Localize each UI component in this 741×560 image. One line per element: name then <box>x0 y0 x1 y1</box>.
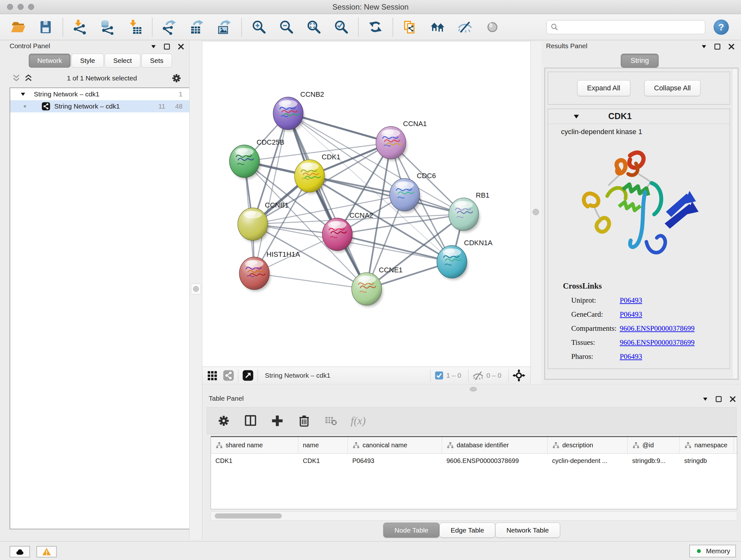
table-row[interactable]: CDK1CDK1P064939606.ENSP00000378699cyclin… <box>211 454 737 468</box>
delete-table-button <box>324 414 338 428</box>
network-node-RB1[interactable] <box>449 198 480 232</box>
control-panel-collapse-icon[interactable] <box>150 44 157 50</box>
network-node-CDC6[interactable] <box>390 179 421 212</box>
zoom-out-button[interactable] <box>278 18 295 37</box>
column-header--id[interactable]: @id <box>628 437 680 453</box>
network-node-CCNE1[interactable] <box>352 273 383 307</box>
network-node-CDK1[interactable] <box>294 160 326 194</box>
crosslink-value-link[interactable]: P06493 <box>620 353 642 361</box>
tab-edge-table[interactable]: Edge Table <box>440 523 495 538</box>
network-node-HIST1H1A[interactable] <box>239 257 270 291</box>
zoom-in-button[interactable] <box>250 18 267 37</box>
network-row[interactable]: String Network – cdk1 11 48 <box>10 100 190 112</box>
expand-all-networks-icon[interactable] <box>23 73 33 83</box>
new-network-from-selection-button[interactable] <box>401 18 419 37</box>
crosslink-value-link[interactable]: 9606.ENSP00000378699 <box>620 338 695 347</box>
column-header-shared-name[interactable]: shared name <box>211 437 298 453</box>
detach-view-icon[interactable] <box>242 370 254 381</box>
search-input[interactable] <box>559 21 705 33</box>
tab-node-table[interactable]: Node Table <box>383 523 440 538</box>
crosslink-value-link[interactable]: 9606.ENSP00000378699 <box>620 324 695 333</box>
collection-expander-icon[interactable] <box>20 91 26 98</box>
apply-preferred-layout-button[interactable] <box>367 18 384 37</box>
memory-button[interactable]: Memory <box>689 545 736 557</box>
table-cell[interactable]: P06493 <box>348 454 442 468</box>
column-header-description[interactable]: description <box>548 437 628 453</box>
column-header-canonical-name[interactable]: canonical name <box>348 437 442 453</box>
tab-sets[interactable]: Sets <box>141 54 172 68</box>
expnet-icon <box>162 19 177 35</box>
table-panel-close-icon[interactable] <box>729 395 737 403</box>
crosslink-value-link[interactable]: P06493 <box>620 296 642 305</box>
table-scrollbar-thumb[interactable] <box>215 513 282 518</box>
tab-network[interactable]: Network <box>29 54 71 68</box>
control-panel-close-icon[interactable] <box>177 43 185 51</box>
export-table-button[interactable] <box>188 18 205 37</box>
hide-selected-button[interactable] <box>456 18 474 37</box>
control-panel-float-icon[interactable] <box>163 43 171 51</box>
show-columns-button[interactable] <box>244 414 258 428</box>
table-cell[interactable]: stringdb:9... <box>628 454 680 468</box>
delete-column-button[interactable] <box>297 414 311 428</box>
network-node-CDKN1A[interactable] <box>437 246 468 280</box>
collapse-all-button[interactable]: Collapse All <box>644 80 701 96</box>
zoom-selected-button[interactable] <box>333 18 350 37</box>
show-all-button[interactable] <box>484 18 501 37</box>
column-header-namespace[interactable]: namespace <box>680 437 734 453</box>
string-view-icon[interactable] <box>223 370 234 381</box>
import-network-from-file-button[interactable] <box>71 18 89 37</box>
add-column-button[interactable] <box>270 414 284 428</box>
right-splitter-handle[interactable] <box>533 209 539 215</box>
table-horizontal-scrollbar[interactable] <box>211 511 737 520</box>
table-panel-collapse-icon[interactable] <box>702 396 709 402</box>
selected-items-icon[interactable] <box>434 371 444 380</box>
results-panel-close-icon[interactable] <box>728 43 735 51</box>
horizontal-splitter-handle[interactable] <box>470 387 477 391</box>
network-collection-row[interactable]: String Network – cdk1 1 <box>10 88 190 100</box>
table-panel-float-icon[interactable] <box>715 395 723 403</box>
export-network-button[interactable] <box>161 18 178 37</box>
network-node-CDC25B[interactable] <box>229 145 260 179</box>
results-scrollbar[interactable] <box>732 69 737 378</box>
open-session-button[interactable] <box>10 18 27 37</box>
collapse-all-networks-icon[interactable] <box>11 73 21 83</box>
crosslink-value-link[interactable]: P06493 <box>620 310 642 319</box>
left-splitter-handle[interactable] <box>191 284 201 294</box>
gene-section-header[interactable]: CDK1 <box>548 109 730 124</box>
column-header-name[interactable]: name <box>298 437 348 453</box>
help-button[interactable]: ? <box>714 19 729 35</box>
results-panel-collapse-icon[interactable] <box>701 44 707 50</box>
table-cell[interactable]: CDK1 <box>211 454 298 468</box>
table-cell[interactable]: 9606.ENSP00000378699 <box>442 454 548 468</box>
tab-select[interactable]: Select <box>105 54 140 68</box>
first-neighbors-button[interactable] <box>429 18 446 37</box>
network-canvas[interactable]: CCNB2CCNA1CDC25BCDK1CDC6RB1CCNB1CCNA2CDK… <box>202 42 530 367</box>
network-node-CCNB2[interactable] <box>273 97 304 131</box>
import-table-from-file-button[interactable] <box>126 18 144 37</box>
table-cell[interactable]: cyclin-dependent ... <box>548 454 628 468</box>
tab-string[interactable]: String <box>621 54 659 68</box>
import-network-from-database-button[interactable] <box>99 18 116 37</box>
column-header-database-identifier[interactable]: database identifier <box>442 437 548 453</box>
birds-eye-view-icon[interactable] <box>513 369 525 382</box>
zoom-fit-content-button[interactable] <box>305 18 322 37</box>
tab-style[interactable]: Style <box>71 54 104 68</box>
table-options-button[interactable] <box>217 414 231 428</box>
network-node-CCNA1[interactable] <box>376 126 407 161</box>
left-splitter[interactable] <box>189 40 202 540</box>
horizontal-splitter[interactable] <box>202 384 741 393</box>
expand-all-button[interactable]: Expand All <box>577 80 630 96</box>
export-image-button[interactable] <box>216 18 233 37</box>
right-splitter[interactable] <box>530 42 542 384</box>
network-options-gear-icon[interactable] <box>171 72 182 84</box>
grid-view-icon[interactable] <box>207 370 218 381</box>
cloud-status-button[interactable] <box>10 546 30 557</box>
network-view[interactable]: CCNB2CCNA1CDC25BCDK1CDC6RB1CCNB1CCNA2CDK… <box>202 42 530 367</box>
save-session-button[interactable] <box>37 18 54 37</box>
gene-expander-icon[interactable] <box>572 113 580 120</box>
table-cell[interactable]: CDK1 <box>298 454 348 468</box>
tab-network-table[interactable]: Network Table <box>495 523 560 538</box>
warnings-button[interactable] <box>37 546 57 557</box>
table-cell[interactable]: stringdb <box>680 454 734 468</box>
results-panel-float-icon[interactable] <box>714 43 721 51</box>
